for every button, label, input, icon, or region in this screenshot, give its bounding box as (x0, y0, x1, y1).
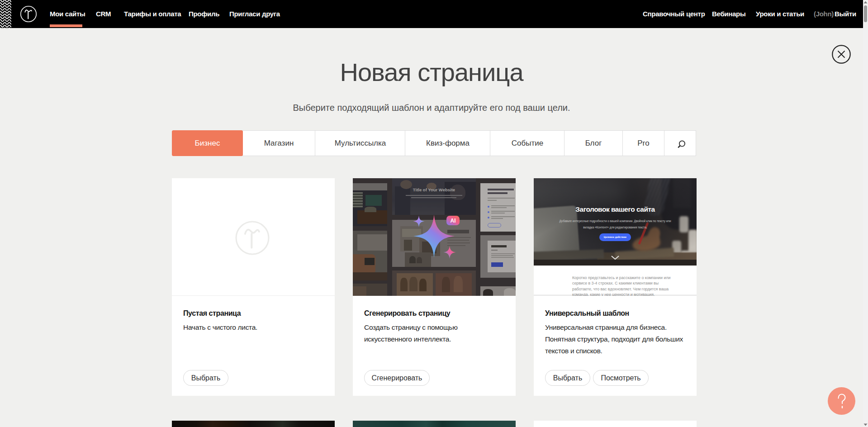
svg-text:AI: AI (451, 218, 456, 224)
